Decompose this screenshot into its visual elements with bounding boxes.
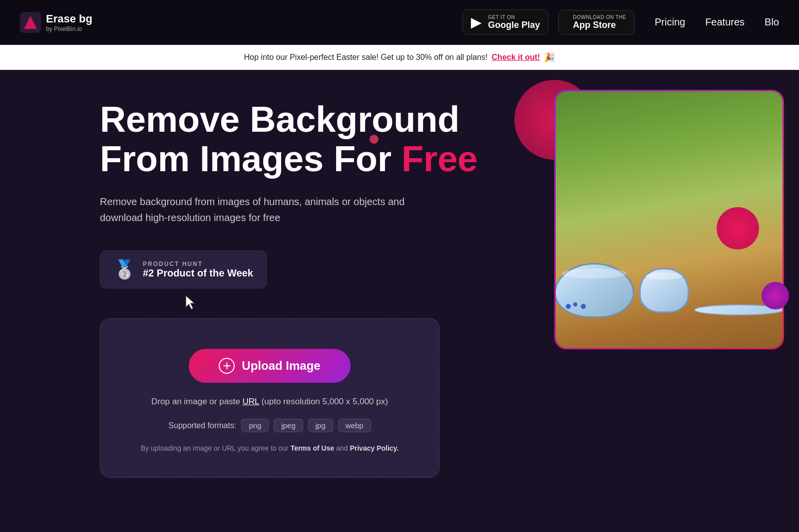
google-play-icon: ▶ [471,14,482,30]
medal-icon: 🥈 [113,259,136,280]
bowl-dot-1 [566,304,571,309]
hero-title-line1: Remove Background [100,99,459,139]
hero-title-line2: From Images For [100,139,401,179]
google-play-small: GET IT ON [488,14,540,20]
nav-store-buttons: ▶ GET IT ON Google Play Download on the … [462,9,635,35]
nav-links: Pricing Features Blo [655,16,779,28]
hero-description: Remove background from images of humans,… [100,194,439,226]
google-play-big: Google Play [488,20,540,30]
upload-area: + Upload Image Drop an image or paste UR… [100,318,439,478]
terms-text: By uploading an image or URL you agree t… [120,444,419,452]
promo-emoji: 🎉 [544,52,555,63]
drop-text-after: (upto resolution 5,000 x 5,000 px) [259,397,388,406]
ph-rank: #2 Product of the Week [143,267,253,279]
logo[interactable]: Erase bg by PixelBin.io [20,12,92,33]
product-hunt-badge: 🥈 PRODUCT HUNT #2 Product of the Week [100,251,267,288]
formats-row: Supported formats: png jpeg jpg webp [120,419,419,432]
terms-prefix: By uploading an image or URL you agree t… [141,444,291,452]
pottery-jar-small [639,268,689,313]
pottery-bowl-highlight [562,268,627,278]
upload-button[interactable]: + Upload Image [189,349,350,383]
url-link[interactable]: URL [243,397,259,406]
ph-label: PRODUCT HUNT [143,261,253,267]
promo-banner: Hop into our Pixel-perfect Easter sale! … [0,45,799,70]
terms-and: and [334,444,350,452]
format-png: png [241,419,269,432]
bowl-dot-2 [573,302,577,306]
jar-highlight [646,272,683,279]
nav-features[interactable]: Features [705,16,745,28]
app-store-big: App Store [573,20,626,30]
drop-text-before: Drop an image or paste [151,397,242,406]
hero-right [524,90,799,349]
format-jpg: jpg [308,419,333,432]
app-store-small: Download on the [573,14,626,20]
google-play-button[interactable]: ▶ GET IT ON Google Play [462,9,548,35]
drop-text: Drop an image or paste URL (upto resolut… [120,397,419,407]
nav-blog-partial[interactable]: Blo [765,16,779,28]
navbar: Erase bg by PixelBin.io ▶ GET IT ON Goog… [0,0,799,45]
logo-subtitle: by PixelBin.io [46,25,92,32]
upload-button-label: Upload Image [242,359,320,373]
logo-title: Erase bg [46,12,92,25]
format-jpeg: jpeg [274,419,303,432]
bowl-dot-3 [581,304,586,309]
nav-pricing[interactable]: Pricing [655,16,685,28]
hero-title: Remove Background From Images For Free [100,100,534,179]
privacy-link[interactable]: Privacy Policy. [350,444,399,452]
promo-cta[interactable]: Check it out! [492,53,540,62]
hero-left: Remove Background From Images For Free R… [100,100,534,478]
promo-text: Hop into our Pixel-perfect Easter sale! … [244,53,488,62]
blob-bottom-right [762,282,789,309]
logo-icon [20,12,41,33]
plus-icon: + [219,358,235,374]
app-store-button[interactable]: Download on the App Store [558,10,635,35]
pottery-items [554,263,784,318]
hero-section: Remove Background From Images For Free R… [0,70,799,498]
blob-mid-right [717,207,759,250]
terms-link[interactable]: Terms of Use [291,444,335,452]
format-webp: webp [338,419,371,432]
hero-title-free: Free [401,139,477,179]
pottery-bowl-large [554,263,634,318]
formats-label: Supported formats: [168,421,236,430]
